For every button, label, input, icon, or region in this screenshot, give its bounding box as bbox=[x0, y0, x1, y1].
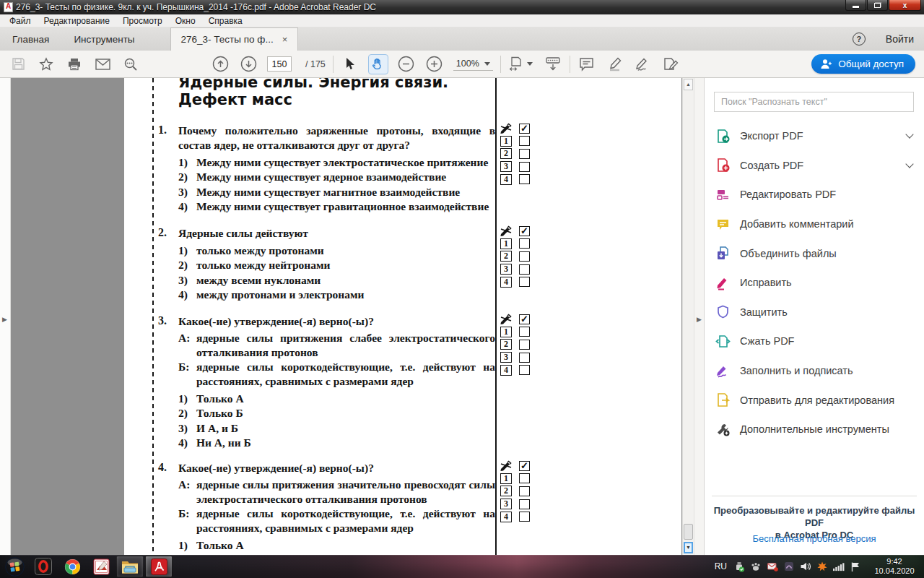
help-button[interactable]: ? bbox=[853, 33, 866, 46]
flag-icon[interactable] bbox=[850, 561, 861, 572]
sidebar-tool-item[interactable]: Отправить для редактирования bbox=[705, 385, 924, 415]
hand-tool-button[interactable] bbox=[369, 55, 388, 74]
taskbar-opera-button[interactable] bbox=[30, 556, 57, 577]
expand-left-pane-icon[interactable]: ▶ bbox=[2, 316, 7, 323]
page-number-input[interactable] bbox=[267, 56, 292, 72]
tab-home[interactable]: Главная bbox=[0, 27, 61, 51]
answer-checkbox-checked[interactable]: ✓ bbox=[519, 314, 530, 324]
answer-checkbox-checked[interactable]: ✓ bbox=[519, 124, 530, 134]
answer-checkbox[interactable] bbox=[519, 238, 530, 249]
scroll-up-button[interactable]: ▲ bbox=[684, 79, 693, 90]
highlight-tool-button[interactable] bbox=[606, 55, 624, 74]
previous-page-button[interactable] bbox=[211, 55, 230, 74]
taskbar-picture-manager-button[interactable] bbox=[87, 556, 115, 577]
stamp-tool-button[interactable] bbox=[662, 55, 681, 74]
taskbar-clock[interactable]: 9:42 10.04.2020 bbox=[871, 557, 918, 576]
stamp-icon bbox=[663, 56, 679, 72]
sidebar-tool-item[interactable]: Редактировать PDF bbox=[705, 180, 924, 210]
print-button[interactable] bbox=[65, 55, 84, 74]
menu-item-Файл[interactable]: Файл bbox=[3, 14, 38, 27]
chevron-down-icon[interactable] bbox=[905, 130, 913, 138]
scrollbar-thumb[interactable] bbox=[684, 524, 693, 540]
free-trial-link[interactable]: Бесплатная пробная версия bbox=[705, 533, 924, 544]
favorites-button[interactable] bbox=[37, 55, 56, 74]
app-icon[interactable] bbox=[783, 561, 795, 572]
sidebar-tool-item[interactable]: Заполнить и подписать bbox=[705, 356, 924, 386]
taskbar-chrome-button[interactable] bbox=[58, 556, 86, 577]
sidebar-tool-item[interactable]: Экспорт PDF bbox=[705, 121, 924, 151]
answer-checkbox[interactable] bbox=[519, 486, 530, 496]
document-viewport[interactable]: Ядерные силы. Энергия связи. Дефект масс… bbox=[11, 78, 682, 555]
vertical-scrollbar[interactable]: ▲ ▼ bbox=[682, 78, 694, 555]
sidebar-tool-item[interactable]: Исправить bbox=[705, 268, 924, 298]
option-number: 2) bbox=[178, 258, 188, 272]
taskbar-start-button[interactable] bbox=[1, 556, 28, 577]
tools-search-input[interactable] bbox=[714, 92, 914, 112]
scroll-down-button[interactable]: ▼ bbox=[684, 542, 693, 553]
email-button[interactable] bbox=[93, 55, 112, 74]
sidebar-tool-item[interactable]: Объединить файлы bbox=[705, 238, 924, 268]
answer-checkbox[interactable] bbox=[519, 136, 530, 146]
volume-icon[interactable] bbox=[800, 561, 811, 572]
answer-checkbox[interactable] bbox=[519, 327, 530, 337]
answer-checkbox[interactable] bbox=[519, 149, 530, 159]
zoom-out-icon bbox=[398, 56, 414, 72]
find-button[interactable] bbox=[121, 55, 140, 74]
answer-checkbox[interactable] bbox=[519, 174, 530, 184]
option-text: И А, и Б bbox=[196, 422, 238, 434]
answer-checkbox[interactable] bbox=[519, 251, 530, 262]
sidebar-tool-item[interactable]: Сжать PDF bbox=[705, 327, 924, 356]
answer-checkbox[interactable] bbox=[519, 340, 530, 350]
network-icon[interactable] bbox=[833, 561, 845, 572]
menu-item-Окно[interactable]: Окно bbox=[169, 14, 202, 27]
sidebar-tool-item[interactable]: Добавить комментарий bbox=[705, 210, 924, 239]
zoom-out-button[interactable] bbox=[397, 55, 416, 74]
taskbar-explorer-button[interactable] bbox=[116, 556, 144, 577]
page-display-button[interactable] bbox=[508, 55, 534, 74]
sign-tool-button[interactable] bbox=[634, 55, 653, 74]
avast-icon[interactable] bbox=[816, 561, 828, 572]
select-tool-button[interactable] bbox=[341, 55, 359, 74]
share-button[interactable]: Общий доступ bbox=[811, 54, 915, 74]
tab-close-icon[interactable]: × bbox=[282, 35, 288, 44]
sign-in-link[interactable]: Войти bbox=[886, 33, 914, 45]
scrolling-mode-button[interactable] bbox=[544, 55, 562, 74]
antivirus-icon[interactable] bbox=[750, 561, 762, 572]
answer-checkbox[interactable] bbox=[519, 365, 530, 375]
menu-item-Справка[interactable]: Справка bbox=[202, 14, 249, 27]
tab-document[interactable]: 276_3- Тесты по ф... × bbox=[170, 27, 299, 51]
sidebar-tool-item[interactable]: Создать PDF bbox=[705, 151, 924, 181]
chevron-down-icon[interactable] bbox=[905, 160, 913, 168]
answer-checkbox[interactable] bbox=[519, 162, 530, 172]
answer-checkbox-checked[interactable]: ✓ bbox=[519, 461, 530, 471]
minimize-button[interactable] bbox=[845, 0, 866, 11]
expand-tools-pane-icon[interactable]: ▶ bbox=[697, 316, 702, 323]
sidebar-tool-item[interactable]: Защитить bbox=[705, 298, 924, 327]
menu-item-Редактирование[interactable]: Редактирование bbox=[38, 14, 116, 27]
zoom-level-control[interactable]: 100% bbox=[453, 57, 493, 71]
answer-checkbox[interactable] bbox=[519, 512, 530, 522]
menu-item-Просмотр[interactable]: Просмотр bbox=[116, 14, 169, 27]
mail-icon[interactable] bbox=[767, 561, 778, 572]
taskbar-acrobat-button[interactable] bbox=[145, 556, 173, 577]
zoom-in-button[interactable] bbox=[425, 55, 444, 74]
answer-checkbox[interactable] bbox=[519, 473, 530, 483]
sidebar-tool-item[interactable]: Дополнительные инструменты bbox=[705, 415, 924, 444]
answer-checkbox[interactable] bbox=[519, 277, 530, 287]
answer-row: 2 bbox=[500, 338, 530, 351]
answer-checkbox-checked[interactable]: ✓ bbox=[519, 226, 530, 236]
save-button[interactable] bbox=[9, 55, 27, 74]
close-button[interactable]: x bbox=[889, 0, 921, 11]
next-page-button[interactable] bbox=[239, 55, 258, 74]
answer-number-box: 2 bbox=[500, 148, 512, 159]
language-indicator[interactable]: RU bbox=[715, 561, 727, 571]
tab-tools[interactable]: Инструменты bbox=[61, 27, 147, 51]
comment-tool-button[interactable] bbox=[578, 55, 596, 74]
fill-sign-icon bbox=[715, 363, 731, 379]
tool-label: Заполнить и подписать bbox=[740, 365, 853, 376]
usb-icon[interactable] bbox=[733, 561, 745, 572]
answer-checkbox[interactable] bbox=[519, 353, 530, 363]
maximize-button[interactable] bbox=[867, 0, 888, 11]
answer-checkbox[interactable] bbox=[519, 264, 530, 275]
answer-checkbox[interactable] bbox=[519, 499, 530, 509]
